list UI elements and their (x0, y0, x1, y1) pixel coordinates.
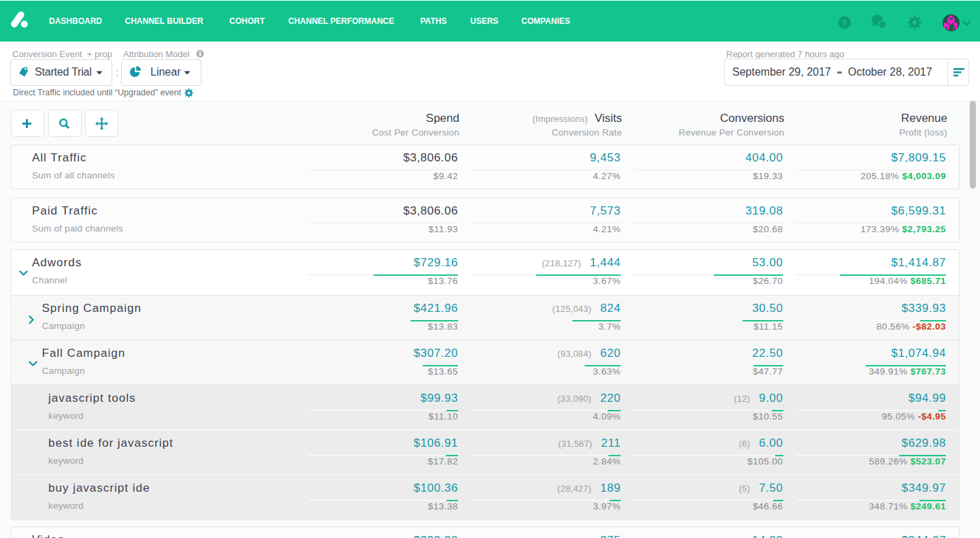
svg-text:?: ? (842, 18, 847, 28)
